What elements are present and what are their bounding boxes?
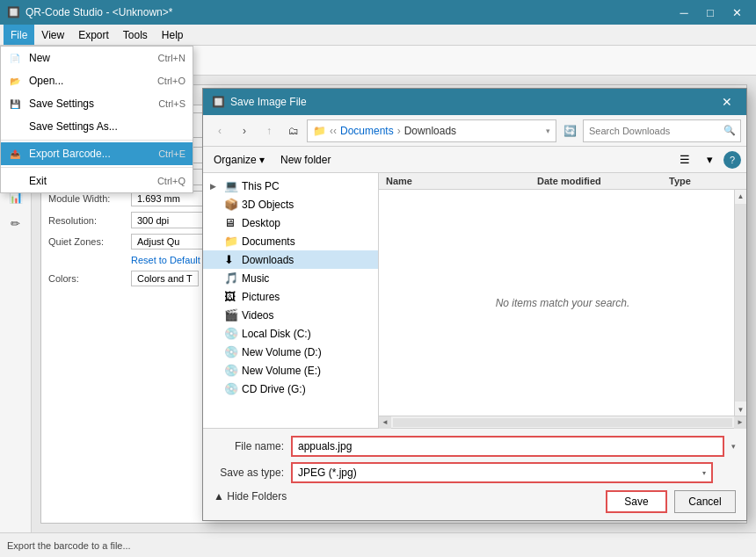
search-box: 🔍 xyxy=(583,119,741,142)
colors-label: Colors: xyxy=(48,273,127,284)
reset-link[interactable]: Reset to Default S xyxy=(131,255,209,265)
nav-back-button[interactable]: ‹ xyxy=(208,119,231,142)
newvolumee-icon: 💿 xyxy=(224,364,238,377)
menu-item-save-shortcut: Ctrl+S xyxy=(158,98,185,109)
dialog-title: Save Image File xyxy=(230,96,307,108)
menu-export[interactable]: Export xyxy=(71,25,116,45)
menu-item-exit[interactable]: Exit Ctrl+Q xyxy=(1,170,193,192)
tree-item-newvolumee[interactable]: 💿 New Volume (E:) xyxy=(203,361,378,380)
menu-help[interactable]: Help xyxy=(155,25,191,45)
menu-tools[interactable]: Tools xyxy=(116,25,155,45)
save-button[interactable]: Save xyxy=(606,490,667,513)
savetype-select[interactable]: JPEG (*.jpg) ▾ xyxy=(291,462,713,483)
tree-item-thispc[interactable]: ▶ 💻 This PC xyxy=(203,177,378,195)
menu-item-open[interactable]: 📂 Open... Ctrl+O xyxy=(1,69,193,92)
tree-item-videos[interactable]: 🎬 Videos xyxy=(203,306,378,324)
newvolumed-icon: 💿 xyxy=(224,345,238,358)
scroll-track xyxy=(735,204,746,401)
hide-folders-button[interactable]: ▲ Hide Folders xyxy=(214,490,599,513)
col-name-header[interactable]: Name xyxy=(386,176,537,186)
new-icon: 📄 xyxy=(8,51,22,65)
dialog-icon: 🔲 xyxy=(212,96,225,108)
col-type-header[interactable]: Type xyxy=(669,176,739,186)
nav-refresh-button[interactable]: 🔄 xyxy=(558,119,581,142)
save-as-icon xyxy=(8,119,22,134)
videos-icon: 🎬 xyxy=(224,308,238,322)
view-dropdown-button[interactable]: ▾ xyxy=(699,149,720,170)
status-bar: Export the barcode to a file... xyxy=(0,532,756,557)
tree-item-3dobjects[interactable]: 📦 3D Objects xyxy=(203,195,378,213)
h-scroll-right-arrow[interactable]: ► xyxy=(734,416,746,429)
downloads-icon: ⬇ xyxy=(224,253,238,266)
modulewidth-label: Module Width: xyxy=(48,193,127,204)
app-title: QR-Code Studio - <Unknown>* xyxy=(25,6,172,18)
breadcrumb-sep-1: ‹‹ xyxy=(330,125,337,137)
filename-label: File name: xyxy=(214,440,284,452)
tree-item-documents[interactable]: 📁 Documents xyxy=(203,232,378,250)
dialog-title-bar: 🔲 Save Image File ✕ xyxy=(203,89,746,115)
thispc-label: This PC xyxy=(242,180,280,192)
tree-item-downloads[interactable]: ⬇ Downloads xyxy=(203,250,378,269)
tree-item-cddrive[interactable]: 💿 CD Drive (G:) xyxy=(203,380,378,398)
nav-forward-button[interactable]: › xyxy=(233,119,256,142)
vertical-scrollbar[interactable]: ▲ ▼ xyxy=(734,190,746,416)
new-folder-button[interactable]: New folder xyxy=(273,152,338,168)
col-date-header[interactable]: Date modified xyxy=(537,176,669,186)
menu-file[interactable]: File xyxy=(4,25,34,45)
dialog-close-button[interactable]: ✕ xyxy=(716,91,738,112)
dialog-footer: File name: ▾ Save as type: JPEG (*.jpg) … xyxy=(203,428,746,520)
menu-item-new-label: New xyxy=(29,52,151,64)
organize-button[interactable]: Organize ▾ xyxy=(208,152,270,168)
sidebar-edit-button[interactable]: ✏ xyxy=(4,211,28,235)
tree-item-desktop[interactable]: 🖥 Desktop xyxy=(203,213,378,232)
save-dialog: 🔲 Save Image File ✕ ‹ › ↑ 🗂 📁 ‹‹ Documen… xyxy=(202,88,747,521)
savetype-row: Save as type: JPEG (*.jpg) ▾ xyxy=(214,462,736,483)
pictures-icon: 🖼 xyxy=(224,290,238,303)
help-button[interactable]: ? xyxy=(723,151,741,169)
close-button[interactable]: ✕ xyxy=(724,0,749,25)
thispc-icon: 💻 xyxy=(224,179,238,192)
nav-recent-button[interactable]: 🗂 xyxy=(282,119,305,142)
horizontal-scrollbar[interactable]: ◄ ► xyxy=(379,416,746,428)
cddrive-icon: 💿 xyxy=(224,382,238,395)
colors-button[interactable]: Colors and T xyxy=(131,271,199,286)
newvolumed-label: New Volume (D:) xyxy=(242,346,322,358)
nav-up-button[interactable]: ↑ xyxy=(258,119,280,142)
newvolumee-label: New Volume (E:) xyxy=(242,365,321,377)
footer-buttons: ▲ Hide Folders Save Cancel xyxy=(214,490,736,513)
filename-input[interactable] xyxy=(291,436,724,457)
app-icon: 🔲 xyxy=(7,6,20,18)
h-scroll-left-arrow[interactable]: ◄ xyxy=(379,416,391,429)
cancel-button[interactable]: Cancel xyxy=(674,490,736,513)
view-list-button[interactable]: ☰ xyxy=(674,149,695,170)
resolution-label: Resolution: xyxy=(48,215,127,226)
scroll-up-arrow[interactable]: ▲ xyxy=(738,190,745,202)
search-input[interactable] xyxy=(584,126,719,136)
scroll-down-arrow[interactable]: ▼ xyxy=(738,403,745,416)
menu-item-export[interactable]: 📤 Export Barcode... Ctrl+E xyxy=(1,142,193,165)
menu-item-save-as[interactable]: Save Settings As... xyxy=(1,115,193,138)
menu-item-save[interactable]: 💾 Save Settings Ctrl+S xyxy=(1,92,193,115)
localdisk-icon: 💿 xyxy=(224,327,238,340)
menu-item-export-shortcut: Ctrl+E xyxy=(158,148,185,159)
save-icon: 💾 xyxy=(8,97,22,111)
file-tree: ▶ 💻 This PC 📦 3D Objects 🖥 Desktop 📁 Doc… xyxy=(203,173,379,428)
videos-label: Videos xyxy=(242,309,273,322)
tree-item-newvolumed[interactable]: 💿 New Volume (D:) xyxy=(203,343,378,361)
menu-item-new[interactable]: 📄 New Ctrl+N xyxy=(1,47,193,69)
breadcrumb-documents[interactable]: Documents xyxy=(340,125,394,137)
minimize-button[interactable]: ─ xyxy=(672,0,696,25)
menu-item-export-label: Export Barcode... xyxy=(29,148,151,160)
tree-item-music[interactable]: 🎵 Music xyxy=(203,269,378,287)
menu-view[interactable]: View xyxy=(34,25,71,45)
maximize-button[interactable]: □ xyxy=(698,0,723,25)
tree-item-pictures[interactable]: 🖼 Pictures xyxy=(203,287,378,306)
3dobjects-icon: 📦 xyxy=(224,198,238,211)
search-submit-button[interactable]: 🔍 xyxy=(719,120,740,141)
music-icon: 🎵 xyxy=(224,271,238,285)
organize-label: Organize ▾ xyxy=(214,154,265,166)
menu-item-save-label: Save Settings xyxy=(29,98,151,110)
export-icon: 📤 xyxy=(8,147,22,161)
breadcrumb-icon: 📁 xyxy=(313,125,326,137)
tree-item-localdisk[interactable]: 💿 Local Disk (C:) xyxy=(203,324,378,343)
